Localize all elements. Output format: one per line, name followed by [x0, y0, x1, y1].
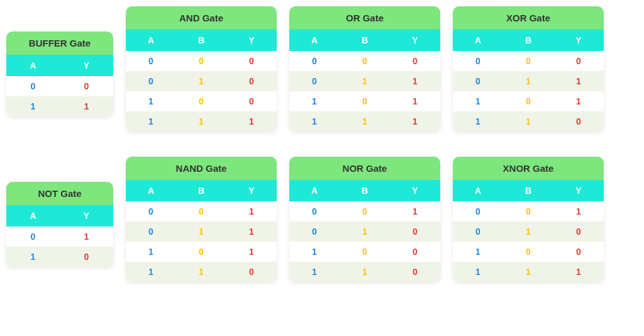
- table-row: 001: [453, 201, 604, 221]
- column-header: Y: [60, 55, 113, 76]
- cell: 0: [453, 201, 503, 221]
- gate-row-group: NOT GateAY0110NAND GateABY001011101110NO…: [6, 157, 638, 282]
- cell: 0: [126, 201, 176, 221]
- cell: 1: [340, 262, 390, 282]
- column-header: A: [6, 55, 60, 76]
- table-row: 111: [453, 262, 604, 282]
- cell: 1: [453, 242, 503, 262]
- cell: 0: [553, 51, 604, 71]
- gate-table: OR GateABY000011101111: [289, 6, 440, 132]
- gate-table: NOT GateAY0110: [6, 182, 113, 267]
- cell: 0: [453, 51, 503, 71]
- cell: 1: [226, 242, 277, 262]
- table-row: 000: [126, 51, 277, 71]
- cell: 1: [126, 111, 176, 132]
- cell: 0: [340, 242, 390, 262]
- cell: 1: [6, 96, 60, 116]
- table-row: 111: [126, 111, 277, 132]
- column-header: B: [503, 180, 553, 201]
- cell: 0: [503, 91, 553, 111]
- column-header: Y: [553, 180, 604, 201]
- cell: 0: [390, 221, 440, 242]
- gate-header: ABY: [289, 180, 440, 201]
- column-header: B: [176, 180, 226, 201]
- table-row: 111: [289, 111, 440, 132]
- column-header: Y: [390, 180, 440, 201]
- cell: 0: [176, 91, 226, 111]
- cell: 1: [60, 96, 113, 116]
- cell: 0: [289, 221, 340, 242]
- gates-container: BUFFER GateAY0011AND GateABY000010100111…: [6, 6, 638, 282]
- cell: 1: [340, 71, 390, 91]
- column-header: A: [6, 205, 60, 227]
- gate-header: ABY: [453, 180, 604, 201]
- gate-row-group: BUFFER GateAY0011AND GateABY000010100111…: [6, 6, 638, 132]
- cell: 0: [553, 242, 604, 262]
- cell: 1: [226, 111, 277, 132]
- gate-title: NOR Gate: [289, 157, 440, 180]
- cell: 1: [390, 91, 440, 111]
- gate-title: OR Gate: [289, 6, 440, 30]
- gate-title: AND Gate: [126, 6, 277, 30]
- cell: 0: [126, 221, 176, 242]
- cell: 1: [289, 262, 340, 282]
- cell: 0: [176, 51, 226, 71]
- column-header: B: [340, 180, 390, 201]
- table-row: 001: [126, 201, 277, 221]
- cell: 1: [60, 227, 113, 247]
- column-header: A: [289, 180, 340, 201]
- cell: 0: [6, 76, 60, 96]
- gate-table: BUFFER GateAY0011: [6, 31, 113, 116]
- table-row: 011: [289, 71, 440, 91]
- table-row: 101: [289, 91, 440, 111]
- table-row: 011: [126, 221, 277, 242]
- gate-table: NAND GateABY001011101110: [126, 157, 277, 282]
- gate-title: NAND Gate: [126, 157, 277, 180]
- cell: 0: [226, 262, 277, 282]
- gate-header: ABY: [126, 180, 277, 201]
- cell: 0: [340, 201, 390, 221]
- cell: 0: [453, 221, 503, 242]
- gate-table: AND GateABY000010100111: [126, 6, 277, 132]
- table-row: 100: [453, 242, 604, 262]
- table-row: 010: [453, 221, 604, 242]
- table-row: 110: [453, 111, 604, 132]
- cell: 1: [126, 242, 176, 262]
- gate-header: ABY: [453, 30, 604, 51]
- column-header: A: [126, 30, 176, 51]
- column-header: A: [453, 180, 503, 201]
- table-row: 101: [453, 91, 604, 111]
- gate-body: 0011: [6, 76, 113, 116]
- table-row: 00: [6, 76, 113, 96]
- cell: 0: [503, 242, 553, 262]
- table-row: 110: [126, 262, 277, 282]
- cell: 0: [289, 51, 340, 71]
- gate-table: XOR GateABY000011101110: [453, 6, 604, 132]
- cell: 1: [289, 242, 340, 262]
- gate-header: ABY: [126, 30, 277, 51]
- gate-title: XNOR Gate: [453, 157, 604, 180]
- cell: 1: [176, 262, 226, 282]
- cell: 1: [503, 221, 553, 242]
- gate-header: ABY: [289, 30, 440, 51]
- gate-title: BUFFER Gate: [6, 31, 113, 55]
- cell: 0: [6, 227, 60, 247]
- gate-body: 000010100111: [126, 51, 277, 132]
- cell: 0: [553, 221, 604, 242]
- column-header: B: [503, 30, 553, 51]
- column-header: Y: [226, 30, 277, 51]
- column-header: A: [453, 30, 503, 51]
- gate-header: AY: [6, 55, 113, 76]
- cell: 1: [453, 111, 503, 132]
- table-row: 010: [289, 221, 440, 242]
- column-header: Y: [226, 180, 277, 201]
- table-row: 011: [453, 71, 604, 91]
- cell: 0: [176, 201, 226, 221]
- column-header: Y: [553, 30, 604, 51]
- gate-body: 001010100111: [453, 201, 604, 282]
- table-row: 10: [6, 247, 113, 267]
- cell: 0: [289, 71, 340, 91]
- cell: 0: [226, 91, 277, 111]
- cell: 1: [553, 201, 604, 221]
- cell: 0: [340, 91, 390, 111]
